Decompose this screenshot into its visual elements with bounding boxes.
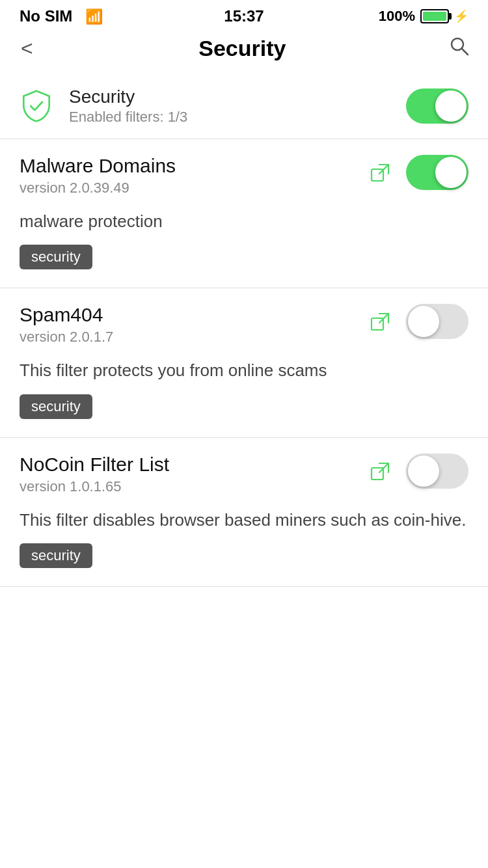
- filter-version-malware: version 2.0.39.49: [20, 180, 370, 197]
- security-title: Security: [69, 87, 187, 107]
- external-link-spam404[interactable]: [370, 312, 390, 335]
- security-info: Security Enabled filters: 1/3: [69, 87, 187, 126]
- svg-line-1: [462, 49, 468, 55]
- filter-item-nocoin: NoCoin Filter List version 1.0.1.65: [0, 438, 488, 586]
- shield-icon: [20, 89, 53, 123]
- toggle-spam404[interactable]: [406, 304, 468, 339]
- external-link-malware[interactable]: [370, 163, 390, 186]
- security-header-section: Security Enabled filters: 1/3: [0, 74, 488, 139]
- toggle-malware[interactable]: [406, 155, 468, 190]
- search-button[interactable]: [449, 36, 470, 61]
- filter-list: Malware Domains version 2.0.39.49: [0, 139, 488, 587]
- filter-name-malware: Malware Domains: [20, 155, 370, 177]
- filter-desc-nocoin: This filter disables browser based miner…: [20, 508, 468, 532]
- filter-name-nocoin: NoCoin Filter List: [20, 454, 370, 476]
- wifi-icon: 📶: [85, 8, 103, 25]
- filter-tag-malware: security: [20, 245, 92, 269]
- status-bar: No SIM 📶 15:37 100% ⚡: [0, 0, 488, 29]
- filter-desc-malware: malware protection: [20, 210, 468, 233]
- battery-area: 100% ⚡: [379, 8, 468, 25]
- battery-icon: [420, 9, 449, 23]
- filter-name-spam404: Spam404: [20, 304, 370, 326]
- filter-version-nocoin: version 1.0.1.65: [20, 478, 370, 495]
- filter-version-spam404: version 2.0.1.7: [20, 329, 370, 346]
- filter-section-malware: Malware Domains version 2.0.39.49: [0, 139, 488, 288]
- filter-desc-spam404: This filter protects you from online sca…: [20, 359, 468, 382]
- charging-icon: ⚡: [454, 9, 468, 23]
- filter-section-spam404: Spam404 version 2.0.1.7: [0, 288, 488, 437]
- carrier-label: No SIM 📶: [20, 7, 103, 25]
- external-link-nocoin[interactable]: [370, 461, 390, 485]
- filter-tag-nocoin: security: [20, 543, 92, 568]
- filter-item-malware: Malware Domains version 2.0.39.49: [0, 139, 488, 288]
- back-button[interactable]: <: [18, 34, 36, 63]
- filter-tag-spam404: security: [20, 394, 92, 419]
- battery-fill: [423, 12, 446, 21]
- filter-section-nocoin: NoCoin Filter List version 1.0.1.65: [0, 438, 488, 587]
- battery-percent: 100%: [379, 8, 415, 25]
- nav-bar: < Security: [0, 29, 488, 74]
- toggle-nocoin[interactable]: [406, 454, 468, 489]
- filter-item-spam404: Spam404 version 2.0.1.7: [0, 288, 488, 437]
- security-subtitle: Enabled filters: 1/3: [69, 109, 187, 126]
- security-master-toggle[interactable]: [406, 88, 468, 124]
- page-title: Security: [198, 36, 286, 61]
- time-label: 15:37: [224, 7, 264, 25]
